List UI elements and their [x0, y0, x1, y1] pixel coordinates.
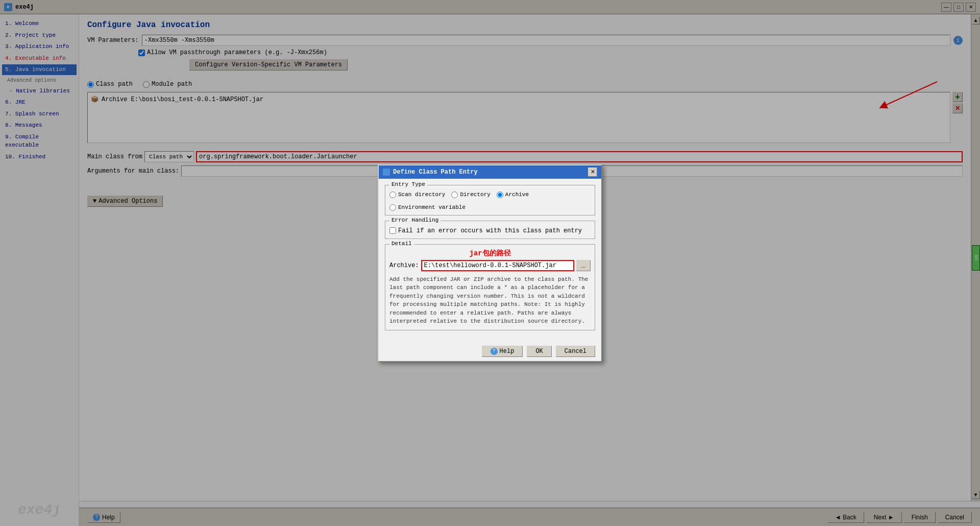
scan-directory-radio-label[interactable]: Scan directory — [389, 192, 445, 198]
detail-section: Detail jar包的路径 Archive: ... Add the spec… — [385, 244, 595, 330]
dialog-ok-button[interactable]: OK — [527, 346, 551, 357]
entry-type-label: Entry Type — [389, 181, 427, 187]
archive-row: Archive: ... — [389, 260, 591, 271]
archive-radio-label[interactable]: Archive — [497, 192, 529, 198]
fail-checkbox-label[interactable]: Fail if an error occurs with this class … — [389, 227, 591, 234]
dialog-body: Entry Type Scan directory Directory Arch… — [379, 179, 601, 342]
dialog-title: Define Class Path Entry — [393, 169, 478, 176]
detail-label: Detail — [389, 241, 414, 247]
directory-radio[interactable] — [451, 192, 458, 198]
fail-checkbox[interactable] — [389, 227, 396, 234]
entry-type-section: Entry Type Scan directory Directory Arch… — [385, 185, 595, 216]
env-var-radio-label[interactable]: Environment variable — [389, 204, 465, 211]
dialog-buttons: ? Help OK Cancel — [379, 342, 601, 361]
error-handling-label: Error Handling — [389, 217, 440, 223]
browse-button[interactable]: ... — [576, 260, 591, 271]
env-var-radio[interactable] — [389, 204, 396, 211]
dialog-help-icon: ? — [491, 348, 498, 355]
directory-radio-label[interactable]: Directory — [451, 192, 490, 198]
archive-radio[interactable] — [497, 192, 503, 198]
modal-overlay: Define Class Path Entry ✕ Entry Type Sca… — [0, 0, 980, 526]
define-classpath-dialog: Define Class Path Entry ✕ Entry Type Sca… — [378, 164, 602, 362]
archive-input[interactable] — [421, 260, 574, 271]
description-text: Add the specified JAR or ZIP archive to … — [389, 275, 591, 326]
jar-path-annotation: jar包的路径 — [389, 249, 591, 258]
error-handling-section: Error Handling Fail if an error occurs w… — [385, 221, 595, 239]
dialog-cancel-button[interactable]: Cancel — [556, 346, 595, 357]
entry-type-radio-group: Scan directory Directory Archive Environ… — [389, 192, 591, 211]
archive-label: Archive: — [389, 262, 419, 269]
scan-directory-radio[interactable] — [389, 192, 396, 198]
dialog-help-button[interactable]: ? Help — [482, 346, 523, 357]
dialog-close-button[interactable]: ✕ — [588, 168, 597, 177]
dialog-icon — [383, 169, 390, 176]
dialog-title-bar: Define Class Path Entry ✕ — [379, 165, 601, 179]
